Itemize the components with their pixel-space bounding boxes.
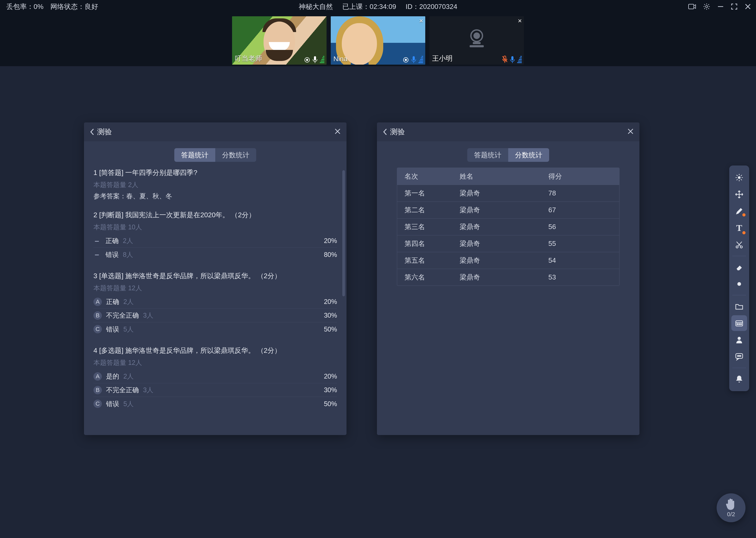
video-tile-student[interactable]: × 王小明	[429, 16, 524, 65]
cell-rank: 第一名	[397, 188, 452, 198]
table-row: 第二名梁鼎奇67	[397, 201, 619, 218]
text-tool-button[interactable]: T	[731, 220, 747, 236]
chat-button[interactable]	[731, 349, 747, 365]
stats-tabs: 答题统计 分数统计	[174, 148, 256, 162]
option-count: 2人	[123, 237, 133, 245]
option-percent: 30%	[324, 386, 337, 394]
svg-point-34	[739, 355, 740, 356]
option-count: 5人	[123, 325, 134, 334]
video-tile-teacher[interactable]: 叮当老师	[232, 16, 327, 65]
svg-rect-0	[688, 4, 694, 9]
panel-title: 测验	[390, 127, 405, 137]
video-close-icon[interactable]: ×	[419, 17, 423, 24]
mic-muted-icon[interactable]	[502, 56, 508, 63]
video-strip: 叮当老师 × Nina × 王小明	[0, 13, 756, 66]
scissors-tool-button[interactable]	[731, 237, 747, 253]
svg-point-35	[740, 355, 741, 356]
question-meta: 本题答题量 12人	[93, 284, 337, 293]
cell-name: 梁鼎奇	[452, 205, 541, 215]
svg-point-33	[737, 355, 738, 356]
panel-close-icon[interactable]	[334, 128, 341, 135]
option-percent: 20%	[324, 298, 337, 305]
cell-score: 55	[541, 240, 619, 248]
back-button[interactable]: 测验	[90, 127, 112, 137]
stats-tabs: 答题统计 分数统计	[467, 148, 549, 162]
quiz-panel-score-stats: 测验 答题统计 分数统计 名次 姓名 得分 第一名梁鼎奇78第二名梁鼎奇67第三…	[377, 123, 639, 435]
score-table: 名次 姓名 得分 第一名梁鼎奇78第二名梁鼎奇67第三名梁鼎奇56第四名梁鼎奇5…	[397, 168, 620, 286]
cell-score: 53	[541, 273, 619, 281]
option-row: A是的2人20%	[93, 370, 337, 383]
move-tool-button[interactable]	[731, 187, 747, 202]
scrollbar[interactable]	[342, 170, 345, 296]
tab-answer-stats[interactable]: 答题统计	[174, 148, 215, 162]
option-percent: 20%	[324, 372, 337, 380]
video-name: Nina	[333, 55, 347, 63]
svg-point-1	[706, 6, 708, 8]
pencil-tool-button[interactable]	[731, 203, 747, 219]
option-count: 5人	[123, 400, 134, 408]
cell-name: 梁鼎奇	[452, 273, 541, 282]
option-row: C错误5人50%	[93, 397, 337, 410]
svg-point-12	[474, 33, 479, 38]
svg-rect-10	[413, 56, 415, 60]
video-name: 叮当老师	[235, 54, 262, 63]
raise-hand-count: 0/2	[727, 511, 735, 518]
mic-icon[interactable]	[510, 56, 515, 63]
cell-rank: 第三名	[397, 222, 452, 232]
option-label: 不完全正确	[106, 311, 139, 320]
question-block: 1 [简答题] 一年四季分别是哪四季?本题答题量 2人参考答案：春、夏、秋、冬	[93, 168, 337, 200]
color-dot-button[interactable]	[731, 276, 747, 292]
option-badge: A	[93, 297, 102, 306]
question-meta: 本题答题量 2人	[93, 181, 337, 189]
volume-indicator	[320, 56, 324, 63]
minimize-icon[interactable]	[717, 3, 724, 10]
svg-point-24	[740, 246, 742, 248]
bell-button[interactable]	[731, 371, 747, 387]
eraser-tool-button[interactable]	[731, 259, 747, 275]
video-name: 王小明	[432, 54, 452, 63]
panel-body: 名次 姓名 得分 第一名梁鼎奇78第二名梁鼎奇67第三名梁鼎奇56第四名梁鼎奇5…	[377, 168, 639, 435]
fullscreen-icon[interactable]	[731, 3, 737, 10]
video-close-icon[interactable]: ×	[518, 17, 522, 24]
cell-rank: 第五名	[397, 256, 452, 265]
panel-close-icon[interactable]	[627, 128, 634, 135]
folder-button[interactable]	[731, 298, 747, 314]
back-button[interactable]: 测验	[383, 127, 405, 137]
class-title: 神秘大自然	[299, 2, 333, 11]
video-tile-student[interactable]: × Nina	[331, 16, 425, 65]
close-icon[interactable]	[744, 3, 751, 10]
mic-icon[interactable]	[411, 56, 416, 63]
option-badge: B	[93, 386, 102, 394]
chevron-left-icon	[383, 128, 388, 135]
camera-off-icon	[465, 28, 489, 49]
dash-icon: –	[93, 250, 100, 259]
person-button[interactable]	[731, 332, 747, 348]
svg-point-28	[737, 324, 738, 325]
cell-name: 梁鼎奇	[452, 239, 541, 248]
session-id: ID：2020070324	[405, 2, 457, 11]
laser-pointer-button[interactable]	[731, 170, 747, 186]
tab-score-stats[interactable]: 分数统计	[508, 148, 549, 162]
svg-rect-13	[473, 42, 481, 44]
question-meta: 本题答题量 12人	[93, 358, 337, 367]
question-text: 4 [多选题] 施华洛世奇是反华品牌，所以梁鼎琪反华。 （2分）	[93, 346, 337, 356]
library-button[interactable]	[731, 315, 747, 331]
option-badge: B	[93, 311, 102, 320]
mic-icon[interactable]	[312, 56, 318, 63]
volume-indicator	[418, 56, 423, 63]
tab-score-stats[interactable]: 分数统计	[215, 148, 256, 162]
option-label: 正确	[106, 297, 119, 306]
option-count: 3人	[143, 386, 153, 394]
cell-rank: 第二名	[397, 205, 452, 215]
camera-record-icon[interactable]	[688, 3, 696, 10]
raise-hand-button[interactable]: 0/2	[717, 493, 745, 522]
option-count: 3人	[143, 311, 153, 320]
tab-answer-stats[interactable]: 答题统计	[467, 148, 508, 162]
table-row: 第六名梁鼎奇53	[397, 269, 619, 286]
panel-body[interactable]: 1 [简答题] 一年四季分别是哪四季?本题答题量 2人参考答案：春、夏、秋、冬2…	[84, 168, 347, 435]
settings-icon[interactable]	[703, 3, 710, 10]
target-icon	[403, 57, 409, 63]
question-block: 4 [多选题] 施华洛世奇是反华品牌，所以梁鼎琪反华。 （2分）本题答题量 12…	[93, 346, 337, 410]
option-row: B不完全正确3人30%	[93, 383, 337, 397]
table-row: 第三名梁鼎奇56	[397, 218, 619, 235]
